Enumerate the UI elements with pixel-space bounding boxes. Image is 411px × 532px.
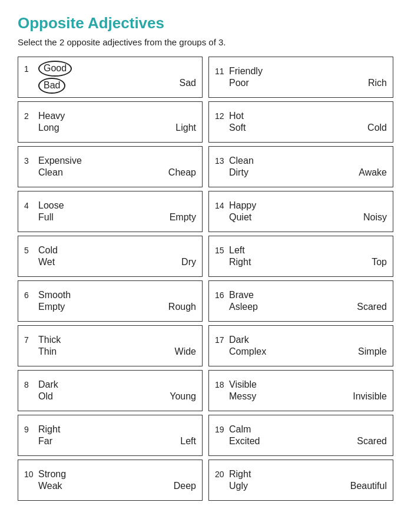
card-18: 18VisibleMessyInvisible (208, 370, 393, 411)
card-word3-5: Awake (359, 167, 387, 178)
card-5: 5ColdWetDry (18, 236, 203, 277)
card-word1-3: Hot (229, 111, 244, 121)
card-word3-7: Noisy (363, 212, 387, 223)
card-2: 2HeavyLongLight (18, 101, 203, 143)
card-word2-5: Dirty (229, 167, 248, 178)
card-word1-18: Strong (38, 469, 66, 480)
card-word3-13: Simple (358, 346, 387, 357)
card-num-1: 1 (24, 64, 35, 74)
card-word2-3: Soft (229, 123, 246, 133)
card-word3-15: Invisible (353, 391, 387, 402)
card-num-17: 17 (215, 335, 226, 345)
card-8: 8DarkOldYoung (18, 370, 203, 411)
card-word3-3: Cold (367, 123, 387, 133)
card-num-11: 11 (215, 67, 226, 76)
card-word1-16: Right (38, 424, 60, 435)
card-word1-12: Thick (38, 335, 61, 345)
card-1: 1GoodBadSad (18, 57, 203, 98)
card-word2-17: Excited (229, 436, 260, 447)
card-word1-4: Expensive (38, 156, 82, 166)
card-num-7: 7 (24, 335, 35, 345)
card-word3-12: Wide (175, 346, 196, 357)
card-word2-9: Right (229, 257, 251, 267)
card-num-19: 19 (215, 425, 226, 434)
card-word2-12: Thin (38, 346, 57, 357)
card-word3-18: Deep (174, 481, 196, 491)
card-word3-8: Dry (181, 257, 196, 267)
card-num-2: 2 (24, 111, 35, 121)
card-word2-0: Bad (38, 78, 65, 94)
card-word1-9: Left (229, 245, 245, 256)
subtitle: Select the 2 opposite adjectives from th… (18, 37, 393, 47)
card-word2-1: Poor (229, 78, 249, 88)
card-num-10: 10 (24, 470, 35, 479)
card-word1-14: Dark (38, 379, 58, 390)
card-word1-0: Good (38, 61, 72, 77)
card-word3-4: Cheap (168, 167, 196, 178)
card-word2-11: Asleep (229, 302, 258, 312)
card-num-6: 6 (24, 290, 35, 300)
card-16: 16BraveAsleepScared (208, 280, 393, 322)
card-word2-18: Weak (38, 481, 62, 491)
card-word1-8: Cold (38, 245, 58, 256)
card-3: 3ExpensiveCleanCheap (18, 146, 203, 187)
card-word3-14: Young (170, 391, 196, 402)
card-9: 9RightFarLeft (18, 415, 203, 456)
card-num-8: 8 (24, 380, 35, 389)
cards-grid: 1GoodBadSad11FriendlyPoorRich2HeavyLongL… (18, 57, 393, 501)
card-word1-15: Visible (229, 379, 257, 390)
card-word2-2: Long (38, 123, 59, 133)
card-word2-8: Wet (38, 257, 55, 267)
card-15: 15LeftRightTop (208, 236, 393, 277)
card-6: 6SmoothEmptyRough (18, 280, 203, 322)
card-word1-11: Brave (229, 290, 254, 300)
card-17: 17DarkComplexSimple (208, 325, 393, 366)
card-word3-6: Empty (170, 212, 196, 223)
card-word1-1: Friendly (229, 66, 263, 77)
card-20: 20RightUglyBeautiful (208, 460, 393, 501)
card-word2-7: Quiet (229, 212, 251, 223)
card-word1-2: Heavy (38, 111, 65, 121)
card-word3-11: Scared (357, 302, 387, 312)
card-word1-19: Right (229, 469, 251, 480)
card-num-9: 9 (24, 425, 35, 434)
page-title: Opposite Adjectives (18, 14, 393, 32)
card-7: 7ThickThinWide (18, 325, 203, 366)
card-19: 19CalmExcitedScared (208, 415, 393, 456)
card-num-15: 15 (215, 246, 226, 255)
card-word3-9: Top (372, 257, 387, 267)
card-14: 14HappyQuietNoisy (208, 191, 393, 232)
card-word2-6: Full (38, 212, 54, 223)
card-num-13: 13 (215, 156, 226, 166)
card-word2-14: Old (38, 391, 53, 402)
card-num-12: 12 (215, 111, 226, 121)
card-num-20: 20 (215, 470, 226, 479)
card-word1-13: Dark (229, 335, 249, 345)
card-word1-7: Happy (229, 200, 256, 211)
card-word3-16: Left (180, 436, 196, 447)
card-10: 10StrongWeakDeep (18, 460, 203, 501)
card-word2-16: Far (38, 436, 52, 447)
card-word2-4: Clean (38, 167, 63, 178)
card-13: 13CleanDirtyAwake (208, 146, 393, 187)
card-word3-17: Scared (357, 436, 387, 447)
card-word2-15: Messy (229, 391, 256, 402)
card-12: 12HotSoftCold (208, 101, 393, 143)
card-word2-13: Complex (229, 346, 266, 357)
card-word2-19: Ugly (229, 481, 248, 491)
card-4: 4LooseFullEmpty (18, 191, 203, 232)
card-word3-10: Rough (168, 302, 196, 312)
card-num-3: 3 (24, 156, 35, 166)
card-word3-19: Beautiful (350, 481, 387, 491)
card-word1-6: Loose (38, 200, 64, 211)
card-num-4: 4 (24, 201, 35, 210)
card-word1-10: Smooth (38, 290, 71, 300)
card-word1-5: Clean (229, 156, 254, 166)
card-num-5: 5 (24, 246, 35, 255)
card-word2-10: Empty (38, 302, 65, 312)
card-num-14: 14 (215, 201, 226, 210)
card-word3-0: Sad (180, 78, 196, 94)
card-num-18: 18 (215, 380, 226, 389)
card-11: 11FriendlyPoorRich (208, 57, 393, 98)
card-num-16: 16 (215, 290, 226, 300)
